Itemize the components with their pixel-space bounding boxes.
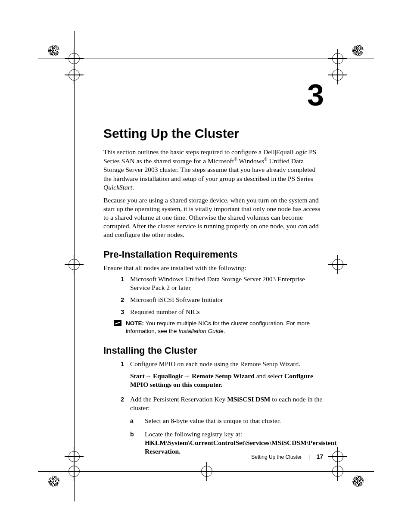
list-number: 2	[113, 296, 124, 304]
text: Windows	[237, 157, 264, 165]
registration-mark-icon	[65, 65, 84, 84]
page-content: 3 Setting Up the Cluster This section ou…	[103, 82, 323, 460]
section-install-heading: Installing the Cluster	[103, 345, 323, 356]
chapter-title: Setting Up the Cluster	[103, 126, 323, 141]
list-item: 1 Configure MPIO on each node using the …	[113, 360, 323, 368]
arrow-icon: →	[184, 372, 190, 380]
text: and select	[255, 372, 284, 380]
list-number: 3	[113, 308, 124, 316]
registry-key-path: HKLM\System\CurrentControlSet\Services\M…	[145, 439, 336, 455]
list-item: a Select an 8-byte value that is unique …	[130, 417, 323, 425]
registration-mark-icon	[197, 462, 216, 481]
list-item: 3 Required number of NICs	[113, 308, 323, 316]
list-number: 2	[113, 395, 124, 403]
footer-title: Setting Up the Cluster	[251, 454, 302, 460]
list-text: Add the Persistent Reservation Key MSiSC…	[130, 395, 323, 412]
install-step2-sublist: a Select an 8-byte value that is unique …	[130, 417, 323, 456]
text: Locate the following registry key at:	[145, 430, 242, 438]
note-block: NOTE: You require multiple NICs for the …	[114, 320, 323, 335]
list-item: 2 Microsoft iSCSI Software Initiator	[113, 296, 323, 304]
menu-path-wizard: Remote Setup Wizard	[190, 372, 255, 380]
note-icon	[114, 320, 121, 326]
crop-line	[38, 59, 374, 59]
doc-title-quickstart: QuickStart	[103, 184, 132, 191]
preinstall-list: 1 Microsoft Windows Unified Data Storage…	[113, 275, 323, 317]
list-text: Configure MPIO on each node using the Re…	[130, 360, 323, 368]
registered-mark-icon: ®	[264, 157, 268, 162]
list-text: Microsoft Windows Unified Data Storage S…	[130, 275, 323, 292]
registration-mark-icon	[65, 255, 84, 274]
preinstall-lead: Ensure that all nodes are installed with…	[103, 264, 323, 272]
menu-path-start: Start	[130, 372, 145, 380]
intro-paragraph-2: Because you are using a shared storage d…	[103, 196, 323, 240]
list-item: 2 Add the Persistent Reservation Key MSi…	[113, 395, 323, 412]
registration-color-dot	[352, 476, 364, 487]
key-name: MSiSCSI DSM	[227, 395, 270, 403]
text: Add the Persistent Reservation Key	[130, 395, 227, 403]
section-preinstall-heading: Pre-Installation Requirements	[103, 249, 323, 260]
list-text: Locate the following registry key at: HK…	[145, 430, 336, 456]
install-list: 1 Configure MPIO on each node using the …	[113, 360, 323, 368]
list-number: 1	[113, 275, 124, 283]
page-footer: Setting Up the Cluster | 17	[103, 453, 323, 460]
list-letter: a	[130, 417, 138, 425]
install-list-cont: 2 Add the Persistent Reservation Key MSi…	[113, 395, 323, 412]
page-number: 17	[316, 453, 323, 460]
arrow-icon: →	[145, 372, 152, 380]
list-text: Required number of NICs	[130, 308, 323, 316]
text: .	[224, 328, 225, 334]
menu-path-equallogic: Equallogic	[151, 372, 184, 380]
registration-color-dot	[48, 45, 59, 56]
footer-separator: |	[308, 454, 310, 460]
chapter-number: 3	[103, 82, 323, 109]
intro-paragraph-1: This section outlines the basic steps re…	[103, 148, 323, 192]
note-text: NOTE: You require multiple NICs for the …	[126, 320, 323, 335]
registration-color-dot	[352, 45, 364, 56]
registered-mark-icon: ®	[234, 157, 237, 162]
list-item: 1 Microsoft Windows Unified Data Storage…	[113, 275, 323, 292]
list-text: Select an 8-byte value that is unique to…	[145, 417, 281, 425]
list-item: b Locate the following registry key at: …	[130, 430, 323, 456]
list-number: 1	[113, 360, 124, 368]
list-text: Microsoft iSCSI Software Initiator	[130, 296, 323, 304]
doc-title-installation-guide: Installation Guide	[178, 328, 223, 334]
registration-mark-icon	[328, 65, 347, 84]
install-step1-path: Start→ Equallogic→ Remote Setup Wizard a…	[130, 372, 323, 389]
list-letter: b	[130, 430, 138, 438]
registration-mark-icon	[328, 255, 347, 274]
registration-color-dot	[48, 476, 59, 487]
registration-mark-icon	[65, 447, 84, 466]
note-label: NOTE:	[126, 320, 144, 327]
text: .	[132, 184, 134, 191]
